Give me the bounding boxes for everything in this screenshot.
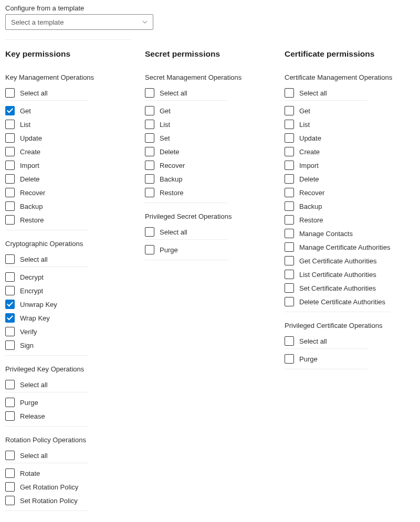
option-checkbox[interactable] bbox=[5, 215, 15, 225]
option-label: Encrypt bbox=[20, 287, 43, 295]
option-checkbox[interactable] bbox=[285, 242, 294, 252]
select-all-label: Select all bbox=[20, 381, 48, 389]
option-checkbox[interactable] bbox=[5, 147, 15, 156]
option-checkbox[interactable] bbox=[285, 106, 294, 115]
permissions-column: Key permissionsKey Management Operations… bbox=[5, 49, 130, 520]
option-checkbox[interactable] bbox=[5, 327, 15, 336]
option-label: Update bbox=[20, 134, 42, 142]
option-checkbox[interactable] bbox=[285, 201, 294, 211]
option-checkbox[interactable] bbox=[5, 174, 15, 184]
option-checkbox[interactable] bbox=[285, 229, 294, 238]
option-checkbox[interactable] bbox=[285, 133, 294, 143]
option-checkbox[interactable] bbox=[5, 398, 15, 407]
option-label: Backup bbox=[20, 203, 43, 210]
option-checkbox[interactable] bbox=[145, 106, 154, 115]
option-checkbox[interactable] bbox=[145, 245, 154, 254]
select-all-checkbox[interactable] bbox=[285, 336, 294, 346]
permission-group: Rotation Policy OperationsSelect allRota… bbox=[5, 436, 130, 511]
option-checkbox[interactable] bbox=[285, 256, 294, 265]
option-row: Purge bbox=[5, 396, 88, 409]
option-row: Release bbox=[5, 409, 88, 423]
option-checkbox[interactable] bbox=[145, 161, 154, 170]
select-all-row: Select all bbox=[145, 225, 228, 240]
option-row: Delete Certificate Authorities bbox=[285, 295, 390, 308]
option-label: Sign bbox=[20, 342, 34, 349]
option-row: Encrypt bbox=[5, 284, 88, 297]
option-label: Create bbox=[20, 148, 40, 156]
option-checkbox[interactable] bbox=[5, 133, 15, 143]
divider bbox=[5, 39, 131, 40]
option-checkbox[interactable] bbox=[5, 106, 15, 115]
option-label: Restore bbox=[20, 216, 44, 224]
option-checkbox[interactable] bbox=[5, 120, 15, 129]
permission-group: Certificate Management OperationsSelect … bbox=[285, 73, 410, 312]
option-checkbox[interactable] bbox=[5, 300, 15, 309]
option-checkbox[interactable] bbox=[145, 174, 154, 184]
option-checkbox[interactable] bbox=[5, 411, 15, 421]
option-row: Set Certificate Authorities bbox=[285, 281, 390, 295]
option-label: Set Certificate Authorities bbox=[299, 284, 376, 292]
option-row: Wrap Key bbox=[5, 311, 88, 325]
select-all-checkbox[interactable] bbox=[285, 88, 294, 98]
option-row: List bbox=[145, 118, 228, 131]
select-all-checkbox[interactable] bbox=[145, 88, 154, 98]
option-checkbox[interactable] bbox=[285, 188, 294, 197]
option-label: Delete bbox=[160, 148, 180, 156]
template-placeholder: Select a template bbox=[11, 18, 64, 26]
option-checkbox[interactable] bbox=[285, 283, 294, 293]
option-label: List Certificate Authorities bbox=[299, 271, 376, 279]
chevron-down-icon bbox=[142, 19, 148, 25]
option-checkbox[interactable] bbox=[285, 120, 294, 129]
option-row: Purge bbox=[285, 352, 368, 366]
group-title: Privileged Certificate Operations bbox=[285, 322, 410, 329]
option-row: Recover bbox=[145, 158, 228, 172]
option-checkbox[interactable] bbox=[285, 354, 294, 364]
select-all-row: Select all bbox=[5, 448, 88, 463]
template-label: Configure from a template bbox=[5, 4, 415, 12]
option-label: Set bbox=[160, 134, 170, 142]
option-checkbox[interactable] bbox=[5, 482, 15, 492]
option-checkbox[interactable] bbox=[285, 270, 294, 279]
permission-group: Privileged Key OperationsSelect allPurge… bbox=[5, 365, 130, 427]
option-label: Backup bbox=[299, 203, 322, 210]
option-checkbox[interactable] bbox=[5, 340, 15, 350]
option-checkbox[interactable] bbox=[285, 147, 294, 156]
option-checkbox[interactable] bbox=[145, 188, 154, 197]
option-row: Backup bbox=[285, 199, 390, 213]
group-title: Secret Management Operations bbox=[145, 73, 270, 81]
select-all-checkbox[interactable] bbox=[5, 254, 15, 264]
option-checkbox[interactable] bbox=[5, 468, 15, 478]
select-all-row: Select all bbox=[5, 377, 88, 392]
option-checkbox[interactable] bbox=[5, 286, 15, 295]
option-row: Create bbox=[285, 145, 390, 158]
select-all-checkbox[interactable] bbox=[5, 380, 15, 389]
option-checkbox[interactable] bbox=[5, 272, 15, 282]
select-all-checkbox[interactable] bbox=[5, 88, 15, 98]
option-checkbox[interactable] bbox=[285, 215, 294, 225]
permissions-column: Certificate permissionsCertificate Manag… bbox=[285, 49, 410, 520]
option-checkbox[interactable] bbox=[5, 496, 15, 505]
select-all-label: Select all bbox=[299, 337, 327, 345]
option-label: Release bbox=[20, 412, 45, 420]
option-checkbox[interactable] bbox=[5, 313, 15, 323]
option-checkbox[interactable] bbox=[145, 147, 154, 156]
option-checkbox[interactable] bbox=[285, 161, 294, 170]
group-title: Cryptographic Operations bbox=[5, 240, 130, 248]
option-label: Wrap Key bbox=[20, 314, 50, 322]
template-dropdown[interactable]: Select a template bbox=[5, 14, 153, 30]
option-checkbox[interactable] bbox=[5, 161, 15, 170]
column-heading: Key permissions bbox=[5, 49, 130, 59]
option-row: Delete bbox=[5, 172, 88, 186]
option-label: Create bbox=[299, 148, 320, 156]
option-checkbox[interactable] bbox=[5, 188, 15, 197]
option-checkbox[interactable] bbox=[5, 201, 15, 211]
option-list: GetListUpdateCreateImportDeleteRecoverBa… bbox=[285, 104, 390, 312]
option-row: Rotate bbox=[5, 466, 88, 480]
select-all-checkbox[interactable] bbox=[5, 451, 15, 460]
option-checkbox[interactable] bbox=[145, 120, 154, 129]
group-title: Key Management Operations bbox=[5, 73, 130, 81]
option-checkbox[interactable] bbox=[145, 133, 154, 143]
option-checkbox[interactable] bbox=[285, 297, 294, 306]
option-checkbox[interactable] bbox=[285, 174, 294, 184]
select-all-checkbox[interactable] bbox=[145, 227, 154, 237]
